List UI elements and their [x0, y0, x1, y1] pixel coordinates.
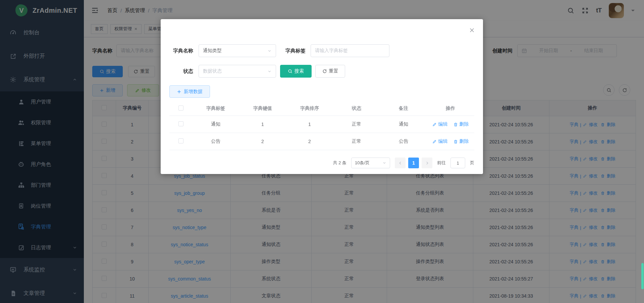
cell-remark: 通知	[380, 121, 427, 127]
prev-page-button[interactable]	[395, 158, 406, 168]
dialog-add-data-label: 新增数据	[184, 89, 203, 95]
delete-link[interactable]: 删除	[460, 121, 469, 127]
select-all-checkbox[interactable]	[178, 105, 183, 111]
dialog-pagination: 共 2 条 10条/页 1 前往 页	[169, 158, 474, 168]
dialog-status-placeholder: 数据状态	[203, 68, 222, 74]
cell-status: 正常	[333, 138, 380, 144]
chevron-down-icon	[267, 49, 272, 53]
cell-dict-label: 通知	[192, 121, 239, 127]
dialog-filter-row1: 字典名称 通知类型 字典标签 请输入字典标签	[170, 44, 389, 57]
jump-prefix: 前往	[437, 160, 446, 166]
dialog-col-remark: 备注	[380, 105, 427, 112]
cell-dict-sort: 1	[286, 122, 333, 127]
dict-data-dialog: 字典名称 通知类型 字典标签 请输入字典标签 状态 数据状态 搜索 重置	[161, 19, 483, 174]
trash-icon	[453, 122, 458, 127]
dialog-table-header: 字典标签 字典键值 字典排序 状态 备注 操作	[169, 101, 474, 116]
dialog-dict-data-table: 字典标签 字典键值 字典排序 状态 备注 操作 通知 1 1 正常 通知 编辑 …	[169, 101, 474, 150]
dialog-select-all	[169, 105, 192, 112]
dialog-reset-button[interactable]: 重置	[315, 65, 345, 78]
dialog-col-label: 字典标签	[192, 105, 239, 112]
dialog-col-status: 状态	[333, 105, 380, 112]
page-size-select[interactable]: 10条/页	[351, 158, 390, 168]
dialog-table-row: 通知 1 1 正常 通知 编辑 删除	[169, 116, 474, 133]
jump-page-input[interactable]	[450, 158, 465, 168]
chevron-left-icon	[398, 161, 402, 165]
dialog-add-data-button[interactable]: 新增数据	[169, 85, 210, 98]
dialog-col-sort: 字典排序	[286, 105, 333, 112]
dialog-status-select[interactable]: 数据状态	[199, 65, 276, 78]
cell-dict-value: 2	[239, 139, 286, 144]
edit-link[interactable]: 编辑	[438, 138, 448, 144]
cell-dict-value: 1	[239, 122, 286, 127]
dialog-dict-name-select[interactable]: 通知类型	[199, 44, 276, 57]
row-checkbox[interactable]	[178, 138, 183, 143]
dialog-table-row: 公告 2 2 正常 公告 编辑 删除	[169, 133, 474, 150]
chevron-right-icon	[425, 161, 429, 165]
dialog-dict-name-value: 通知类型	[203, 48, 222, 54]
cell-remark: 公告	[380, 138, 427, 144]
next-page-button[interactable]	[422, 158, 432, 168]
close-icon[interactable]	[469, 27, 475, 33]
dialog-filter-row2: 状态 数据状态 搜索 重置	[170, 65, 345, 78]
dialog-col-actions: 操作	[427, 105, 474, 112]
cell-dict-sort: 2	[286, 139, 333, 144]
dialog-dict-label-label: 字典标签	[285, 48, 306, 54]
page-size-value: 10条/页	[355, 160, 370, 166]
pencil-icon	[432, 122, 437, 127]
dialog-search-label: 搜索	[294, 68, 304, 74]
dialog-dict-name-label: 字典名称	[170, 48, 193, 54]
cell-dict-label: 公告	[192, 138, 239, 144]
page-scrollbar-thumb[interactable]	[641, 263, 644, 289]
chevron-down-icon	[382, 161, 386, 165]
current-page-button[interactable]: 1	[408, 158, 419, 168]
edit-link[interactable]: 编辑	[438, 121, 448, 127]
cell-status: 正常	[333, 121, 380, 127]
dialog-col-value: 字典键值	[239, 105, 286, 112]
delete-link[interactable]: 删除	[460, 138, 469, 144]
dialog-dict-label-input[interactable]: 请输入字典标签	[311, 44, 389, 57]
dialog-search-button[interactable]: 搜索	[280, 65, 312, 78]
dialog-status-label: 状态	[170, 68, 193, 75]
dialog-dict-label-placeholder: 请输入字典标签	[315, 48, 348, 54]
row-checkbox[interactable]	[178, 121, 183, 126]
pagination-total: 共 2 条	[333, 160, 346, 166]
jump-suffix: 页	[470, 160, 474, 166]
trash-icon	[453, 139, 458, 144]
pencil-icon	[432, 139, 437, 144]
chevron-down-icon	[267, 69, 272, 74]
dialog-reset-label: 重置	[329, 68, 338, 74]
